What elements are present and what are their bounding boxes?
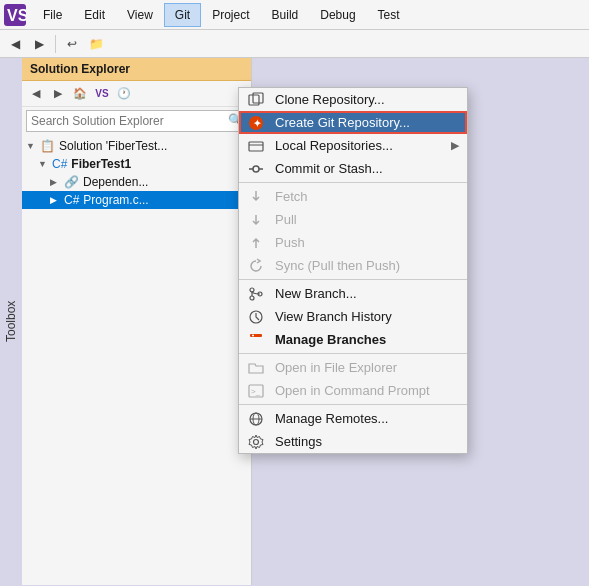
fetch-label: Fetch [275, 189, 308, 204]
manage-branch-icon [247, 331, 265, 349]
dropdown-overlay: Clone Repository... ✦ Create Git Reposit… [0, 58, 589, 585]
menu-project[interactable]: Project [201, 3, 260, 27]
pull-icon [247, 211, 265, 229]
menu-open-cmd: >_ Open in Command Prompt [239, 379, 467, 402]
separator-4 [239, 404, 467, 405]
separator-1 [239, 182, 467, 183]
folder-icon [247, 359, 265, 377]
svg-point-17 [252, 334, 254, 336]
pull-label: Pull [275, 212, 297, 227]
menu-commit-stash[interactable]: Commit or Stash... [239, 157, 467, 180]
menu-pull: Pull [239, 208, 467, 231]
menu-view[interactable]: View [116, 3, 164, 27]
toolbar-row: ◀ ▶ ↩ 📁 [0, 30, 589, 58]
clone-icon [247, 91, 265, 109]
gear-icon [247, 433, 265, 451]
menu-view-branch-history[interactable]: View Branch History [239, 305, 467, 328]
menu-test[interactable]: Test [367, 3, 411, 27]
svg-text:✦: ✦ [253, 118, 262, 129]
menu-manage-branches[interactable]: Manage Branches [239, 328, 467, 351]
new-branch-icon [247, 285, 265, 303]
svg-rect-16 [250, 334, 262, 337]
git-dropdown-menu: Clone Repository... ✦ Create Git Reposit… [238, 87, 468, 454]
menu-push: Push [239, 231, 467, 254]
manage-remotes-label: Manage Remotes... [275, 411, 388, 426]
menu-file[interactable]: File [32, 3, 73, 27]
main-layout: Toolbox Solution Explorer ◀ ▶ 🏠 VS 🕐 🔍 ▼… [0, 58, 589, 585]
fetch-icon [247, 188, 265, 206]
menu-manage-remotes[interactable]: Manage Remotes... [239, 407, 467, 430]
svg-text:>_: >_ [251, 387, 261, 396]
local-repo-icon [247, 137, 265, 155]
push-icon [247, 234, 265, 252]
menu-build[interactable]: Build [261, 3, 310, 27]
separator-3 [239, 353, 467, 354]
separator-2 [239, 279, 467, 280]
menu-open-file-explorer: Open in File Explorer [239, 356, 467, 379]
menu-sync: Sync (Pull then Push) [239, 254, 467, 277]
create-git-icon: ✦ [247, 114, 265, 132]
history-icon [247, 308, 265, 326]
open-explorer-label: Open in File Explorer [275, 360, 397, 375]
forward-button[interactable]: ▶ [28, 33, 50, 55]
new-branch-label: New Branch... [275, 286, 357, 301]
menu-git[interactable]: Git [164, 3, 201, 27]
local-repos-arrow: ▶ [451, 139, 459, 152]
view-history-label: View Branch History [275, 309, 392, 324]
menu-debug[interactable]: Debug [309, 3, 366, 27]
settings-label: Settings [275, 434, 322, 449]
menu-create-git-repository[interactable]: ✦ Create Git Repository... [239, 111, 467, 134]
menu-bar: VS File Edit View Git Project Build Debu… [0, 0, 589, 30]
menu-edit[interactable]: Edit [73, 3, 116, 27]
toolbar-separator [55, 35, 56, 53]
local-repos-label: Local Repositories... [275, 138, 393, 153]
svg-point-23 [254, 439, 259, 444]
clone-label: Clone Repository... [275, 92, 385, 107]
commit-icon [247, 160, 265, 178]
back-button[interactable]: ◀ [4, 33, 26, 55]
svg-rect-6 [249, 142, 263, 151]
sync-icon [247, 257, 265, 275]
menu-local-repositories[interactable]: Local Repositories... ▶ [239, 134, 467, 157]
toolbar-btn-folder[interactable]: 📁 [85, 33, 107, 55]
menu-fetch: Fetch [239, 185, 467, 208]
svg-point-12 [250, 296, 254, 300]
menu-new-branch[interactable]: New Branch... [239, 282, 467, 305]
undo-button[interactable]: ↩ [61, 33, 83, 55]
svg-point-8 [253, 166, 259, 172]
svg-text:VS: VS [7, 7, 26, 24]
menu-items: File Edit View Git Project Build Debug T… [32, 3, 411, 27]
menu-clone-repository[interactable]: Clone Repository... [239, 88, 467, 111]
vs-logo-icon: VS [4, 4, 26, 26]
cmd-icon: >_ [247, 382, 265, 400]
sync-label: Sync (Pull then Push) [275, 258, 400, 273]
open-cmd-label: Open in Command Prompt [275, 383, 430, 398]
menu-git-settings[interactable]: Settings [239, 430, 467, 453]
create-git-label: Create Git Repository... [275, 115, 410, 130]
commit-stash-label: Commit or Stash... [275, 161, 383, 176]
remotes-icon [247, 410, 265, 428]
push-label: Push [275, 235, 305, 250]
manage-branches-label: Manage Branches [275, 332, 386, 347]
